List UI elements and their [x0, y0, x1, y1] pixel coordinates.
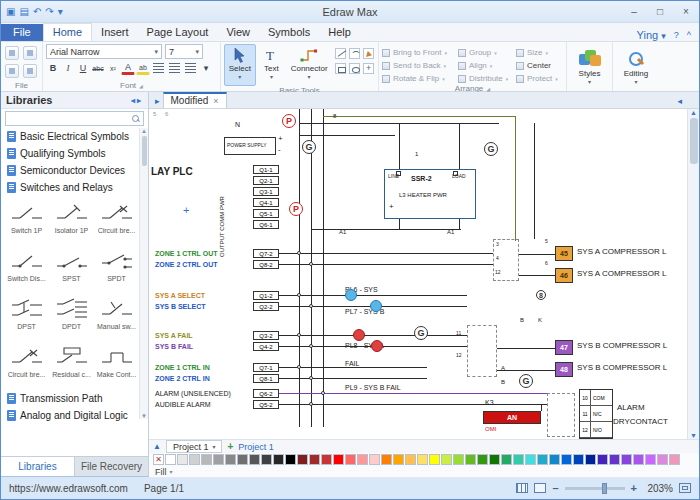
distribute-button[interactable]: Distribute▾ [458, 73, 512, 84]
diagram-label[interactable]: SYS A COMPRESSOR L [577, 270, 666, 278]
sheet-nav-icon[interactable]: ▲ [153, 442, 161, 451]
terminal-label[interactable]: Q2-2 [253, 302, 279, 311]
lamp-circle[interactable] [370, 300, 382, 312]
diagram-label[interactable]: K [538, 317, 542, 323]
library-item[interactable]: Basic Electrical Symbols [1, 128, 148, 145]
diagram-label[interactable]: + [278, 135, 283, 143]
scroll-down-icon[interactable]: ▼ [690, 432, 697, 439]
color-swatch[interactable] [357, 454, 368, 465]
terminal-label[interactable]: Q6-2 [253, 389, 279, 398]
diagram-shape[interactable] [547, 393, 575, 437]
color-swatch[interactable] [177, 454, 188, 465]
color-swatch[interactable] [525, 454, 536, 465]
diagram-shape[interactable] [224, 137, 276, 155]
diagram-label[interactable]: SYS A FAIL [155, 332, 193, 339]
no-color-swatch[interactable]: ✕ [153, 454, 164, 465]
symbol-switch-1p[interactable]: Switch 1P [4, 198, 49, 246]
bring-to-front-button[interactable]: Bring to Front▾ [382, 47, 454, 58]
color-swatch[interactable] [669, 454, 680, 465]
symbol-circuit-bre[interactable]: Circuit bre... [4, 342, 49, 390]
color-swatch[interactable] [549, 454, 560, 465]
alarm-terminal-block[interactable]: 10COM11N/C12N/O [579, 389, 613, 439]
color-swatch[interactable] [573, 454, 584, 465]
library-item[interactable]: Qualifying Symbols [1, 145, 148, 162]
diagram-label[interactable]: SYS A COMPRESSOR L [577, 248, 666, 256]
color-swatch[interactable] [441, 454, 452, 465]
diagram-label[interactable]: DRYCONTACT [613, 418, 668, 426]
symbol-spdt[interactable]: SPDT [94, 246, 139, 294]
center-button[interactable]: Center [516, 60, 566, 71]
color-swatch[interactable] [429, 454, 440, 465]
diagram-shape[interactable]: 46 [555, 268, 573, 283]
diagram-label[interactable]: OMI [485, 426, 496, 432]
pen-tool-icon[interactable] [363, 48, 374, 59]
diagram-label[interactable]: B [520, 317, 524, 323]
font-dialog-launcher-icon[interactable]: ◢ [139, 83, 143, 89]
color-swatch[interactable] [297, 454, 308, 465]
styles-button[interactable]: Styles ▾ [568, 44, 612, 86]
color-swatch[interactable] [465, 454, 476, 465]
more-font-options-icon[interactable]: ▾ [199, 61, 213, 75]
fill-label[interactable]: Fill [155, 467, 167, 477]
diagram-shape[interactable] [467, 325, 497, 377]
symbol-circuit-bre[interactable]: Circuit bre... [94, 198, 139, 246]
copy-button[interactable] [23, 46, 37, 60]
cut-button[interactable] [5, 64, 19, 78]
tab-view[interactable]: View [217, 24, 259, 41]
color-swatch[interactable] [225, 454, 236, 465]
color-swatch[interactable] [597, 454, 608, 465]
color-swatch[interactable] [213, 454, 224, 465]
protect-button[interactable]: Protect▾ [516, 73, 566, 84]
text-tool-button[interactable]: T Text ▾ [256, 44, 288, 86]
lamp-circle[interactable] [345, 289, 357, 301]
color-swatch[interactable] [333, 454, 344, 465]
diagram-label[interactable]: ALARM [617, 404, 645, 412]
align-button[interactable]: Align▾ [458, 60, 512, 71]
color-swatch[interactable] [405, 454, 416, 465]
scroll-thumb[interactable] [142, 136, 147, 166]
diagram-label[interactable]: A [501, 365, 505, 371]
lamp-circle[interactable] [371, 340, 383, 352]
color-swatch[interactable] [165, 454, 176, 465]
diagram-label[interactable]: 5 [153, 111, 156, 117]
terminal-label[interactable]: Q3-2 [253, 331, 279, 340]
color-swatch[interactable] [393, 454, 404, 465]
diagram-canvas[interactable]: 568NLAY PLCOUTPUT COMM PWR+1A1A1POWER SU… [149, 109, 699, 439]
scroll-up-icon[interactable]: ▲ [141, 128, 147, 134]
diagram-shape[interactable] [384, 169, 476, 219]
vertical-scrollbar[interactable]: ▲ ▼ [687, 109, 699, 439]
panel-scrollbar[interactable]: ▲ ▼ [139, 128, 148, 419]
bold-button[interactable]: B [46, 61, 60, 75]
zoom-in-button[interactable]: + [631, 482, 637, 494]
diagram-shape[interactable]: AN [483, 411, 541, 424]
scroll-down-icon[interactable]: ▼ [141, 413, 147, 419]
indicator-circle[interactable]: G [484, 142, 498, 156]
diagram-shape[interactable]: 47 [555, 340, 573, 355]
fullscreen-icon[interactable] [534, 483, 546, 493]
user-account[interactable]: Ying ▾ [637, 29, 666, 41]
more-shapes-icon[interactable] [363, 63, 374, 74]
color-swatch[interactable] [201, 454, 212, 465]
document-tab[interactable]: Modified × [163, 92, 227, 108]
diagram-label[interactable]: ZONE 2 CTRL IN [155, 375, 210, 382]
color-swatch[interactable] [609, 454, 620, 465]
tab-help[interactable]: Help [319, 24, 360, 41]
diagram-label[interactable]: B [501, 379, 505, 385]
zoom-slider-thumb[interactable] [602, 483, 607, 494]
bullet-list-icon[interactable] [185, 63, 196, 73]
indicator-circle[interactable]: P [282, 114, 296, 128]
tab-libraries[interactable]: Libraries [1, 457, 75, 476]
diagram-label[interactable]: SYS B SELECT [155, 303, 206, 310]
connector-tool-button[interactable]: Connector ▾ [287, 44, 331, 86]
group-button[interactable]: Group▾ [458, 47, 512, 58]
tab-file-recovery[interactable]: File Recovery [75, 457, 148, 476]
zoom-slider[interactable] [565, 487, 625, 490]
library-item[interactable]: Transmission Path [1, 390, 148, 407]
color-swatch[interactable] [249, 454, 260, 465]
diagram-label[interactable]: ZONE 1 CTRL IN [155, 364, 210, 371]
diagram-label[interactable]: PL9 - SYS B FAIL [345, 384, 401, 391]
line-tool-icon[interactable] [335, 48, 346, 59]
doc-nav-icon[interactable]: ▸ [152, 96, 163, 108]
color-swatch[interactable] [645, 454, 656, 465]
diagram-shape[interactable] [396, 171, 401, 176]
